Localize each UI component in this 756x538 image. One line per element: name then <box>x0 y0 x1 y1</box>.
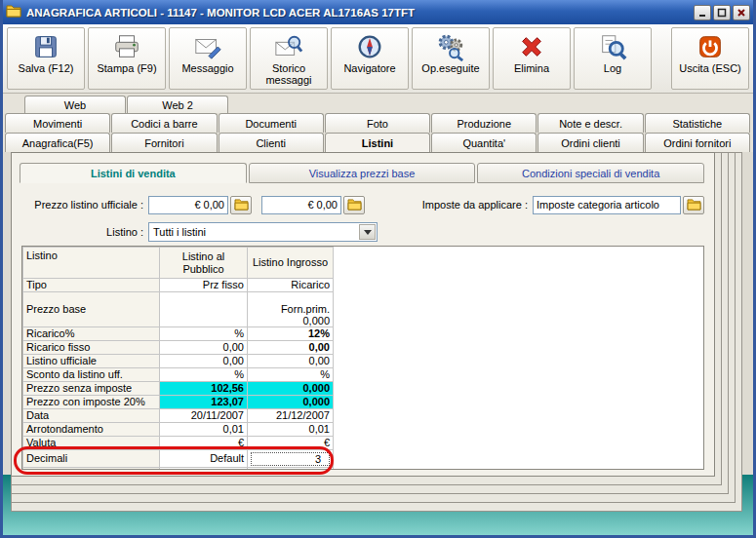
log-button[interactable]: Log <box>574 27 652 90</box>
decimali-editor[interactable]: 3 <box>251 452 330 466</box>
toolbar: Salva (F12) Stampa (F9) Messaggio Storic… <box>3 24 753 94</box>
toolbar-button-label: Uscita (ESC) <box>679 62 741 74</box>
tab-clienti[interactable]: Clienti <box>219 133 324 152</box>
grid-row-label: Decimali <box>23 450 160 468</box>
toolbar-button-label: Stampa (F9) <box>97 62 156 74</box>
grid-cell[interactable]: 0,01 <box>248 423 334 437</box>
tab-listini[interactable]: Listini <box>325 133 430 152</box>
folder-icon <box>234 199 249 211</box>
grid-cell[interactable]: 123,07 <box>160 396 248 409</box>
grid-cell[interactable]: Ricarico <box>248 279 334 292</box>
table-row: Valuta € € <box>23 437 334 450</box>
lookup-folder-button-1[interactable] <box>230 196 252 214</box>
message-history-icon <box>274 30 303 62</box>
tab-label: Foto <box>367 118 388 130</box>
table-row: Fino a 1/2 <box>23 468 334 471</box>
grid-cell[interactable]: Default <box>160 450 248 468</box>
prezzo-ufficiale-input-1[interactable] <box>148 196 228 214</box>
tab-anagrafica[interactable]: Anagrafica(F5) <box>5 133 110 152</box>
lookup-folder-button-2[interactable] <box>343 196 365 214</box>
app-window: ANAGRAFICA ARTICOLI - 11147 - MONITOR LC… <box>0 0 756 538</box>
prezzo-ufficiale-input-2[interactable] <box>261 196 341 214</box>
tab-movimenti[interactable]: Movimenti <box>5 113 110 133</box>
window-title: ANAGRAFICA ARTICOLI - 11147 - MONITOR LC… <box>26 7 689 19</box>
tab-note-e-descr[interactable]: Note e descr. <box>537 113 643 133</box>
grid-cell[interactable]: € <box>160 437 248 450</box>
minimize-button[interactable] <box>694 5 711 20</box>
tab-fornitori[interactable]: Fornitori <box>111 133 217 152</box>
grid-cell[interactable]: Forn.prim. 0,000 <box>248 292 334 327</box>
folder-icon <box>6 4 21 21</box>
tab-quantita[interactable]: Quantita' <box>431 133 537 152</box>
printer-icon <box>112 30 141 62</box>
grid-cell[interactable]: Prz fisso <box>160 279 248 292</box>
elimina-button[interactable]: Elimina <box>493 27 571 90</box>
grid-cell[interactable]: 20/11/2007 <box>160 409 248 423</box>
tab-produzione[interactable]: Produzione <box>431 113 537 133</box>
grid-row-label: Ricarico% <box>23 327 160 341</box>
tab-label: Note e descr. <box>559 118 622 130</box>
tab-row-3: Anagrafica(F5) Fornitori Clienti Listini… <box>3 133 753 152</box>
tab-web[interactable]: Web <box>24 96 126 113</box>
storico-messaggi-button[interactable]: Storico messaggi <box>250 27 328 90</box>
grid-cell[interactable]: 0,00 <box>160 355 248 368</box>
chevron-down-icon[interactable] <box>359 224 376 240</box>
grid-cell[interactable]: 0,000 <box>248 382 334 396</box>
tab-ordini-fornitori[interactable]: Ordini fornitori <box>645 133 750 152</box>
grid-row-label: Prezzo senza imposte <box>23 382 160 396</box>
grid-col-header-pubblico[interactable]: Listino al Pubblico <box>160 248 248 279</box>
listino-select[interactable]: Tutti i listini <box>148 222 378 242</box>
imposte-input[interactable] <box>533 196 681 214</box>
tab-label: Ordini clienti <box>561 137 620 149</box>
grid-cell[interactable]: 12% <box>248 327 334 341</box>
tab-codici-a-barre[interactable]: Codici a barre <box>111 113 217 133</box>
stampa-button[interactable]: Stampa (F9) <box>88 27 166 90</box>
grid-cell[interactable]: € <box>248 437 334 450</box>
grid-cell[interactable]: % <box>248 368 334 382</box>
imposte-da-applicare-label: Imposte da applicare : <box>422 199 533 211</box>
grid-cell-line: Forn.prim. <box>251 303 330 315</box>
titlebar: ANAGRAFICA ARTICOLI - 11147 - MONITOR LC… <box>3 0 753 24</box>
salva-button[interactable]: Salva (F12) <box>7 27 85 90</box>
tab-row-2: Movimenti Codici a barre Documenti Foto … <box>3 113 753 133</box>
tab-listini-di-vendita[interactable]: Listini di vendita <box>20 163 247 183</box>
messaggio-button[interactable]: Messaggio <box>169 27 247 90</box>
grid-cell[interactable]: % <box>160 327 248 341</box>
window-controls <box>694 5 750 20</box>
lookup-folder-button-3[interactable] <box>683 196 704 214</box>
table-row: Sconto da listino uff. % % <box>23 368 334 382</box>
grid-cell[interactable]: 21/12/2007 <box>248 409 334 423</box>
tab-label: Produzione <box>457 118 511 130</box>
grid-cell[interactable] <box>160 292 248 327</box>
grid-cell[interactable]: % <box>160 368 248 382</box>
grid-cell[interactable]: 0,00 <box>248 341 334 355</box>
grid-cell[interactable]: 0,00 <box>160 341 248 355</box>
table-row-decimali: Decimali Default 3 <box>23 450 334 468</box>
grid-cell[interactable]: 102,56 <box>160 382 248 396</box>
tab-ordini-clienti[interactable]: Ordini clienti <box>537 133 643 152</box>
grid-cell[interactable] <box>248 468 334 471</box>
tab-label: Fornitori <box>144 137 183 149</box>
grid-cell-editor[interactable]: 3 <box>248 450 334 468</box>
grid-cell[interactable] <box>160 468 248 471</box>
op-eseguite-button[interactable]: Op.eseguite <box>412 27 490 90</box>
tab-web-2[interactable]: Web 2 <box>127 96 228 113</box>
tab-condizioni-speciali-di-vendita[interactable]: Condizioni speciali di vendita <box>477 163 704 183</box>
tab-visualizza-prezzi-base[interactable]: Visualizza prezzi base <box>249 163 476 183</box>
grid-row-label: Sconto da listino uff. <box>23 368 160 382</box>
tab-statistiche[interactable]: Statistiche <box>645 113 750 133</box>
uscita-button[interactable]: Uscita (ESC) <box>671 27 749 90</box>
maximize-button[interactable] <box>713 5 731 20</box>
grid-cell[interactable]: 0,01 <box>160 423 248 437</box>
grid-col-header-ingrosso[interactable]: Listino Ingrosso <box>248 248 334 279</box>
grid-cell[interactable]: 0,000 <box>248 396 334 409</box>
toolbar-button-label: Navigatore <box>343 62 395 74</box>
close-button[interactable] <box>733 5 750 20</box>
tab-documenti[interactable]: Documenti <box>219 113 324 133</box>
navigatore-button[interactable]: Navigatore <box>331 27 409 90</box>
grid-row-label: Valuta <box>23 437 160 450</box>
toolbar-button-label: Storico messaggi <box>251 62 327 86</box>
grid-cell[interactable]: 0,00 <box>248 355 334 368</box>
tab-foto[interactable]: Foto <box>325 113 430 133</box>
grid-cell-line: 0,000 <box>251 315 330 327</box>
